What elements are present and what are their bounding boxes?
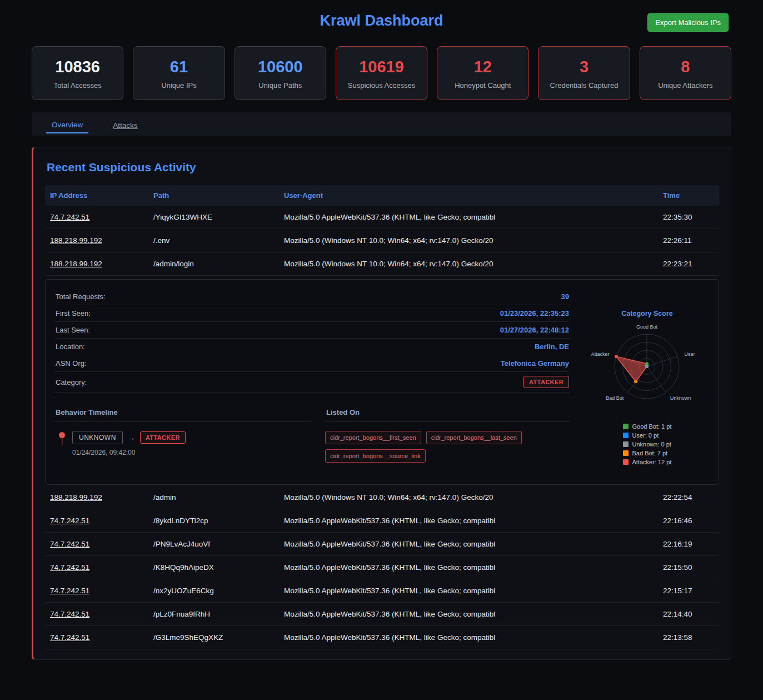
legend-label: Bad Bot: 7 pt	[632, 450, 668, 456]
user-agent-cell: Mozilla/5.0 (Windows NT 10.0; Win64; x64…	[279, 486, 658, 509]
table-row[interactable]: 188.218.99.192/adminMozilla/5.0 (Windows…	[45, 486, 719, 509]
path-cell: /pLz0Fnua9fRhH	[148, 603, 279, 625]
detail-left: Total Requests:39First Seen:01/23/2026, …	[54, 289, 570, 468]
category-label: Category:	[56, 378, 87, 386]
behavior-timeline-section: Behavior Timeline UNKNOWN → ATTACKER	[54, 408, 312, 463]
stat-value: 10600	[237, 58, 323, 76]
chart-title: Category Score	[585, 310, 710, 317]
table-row[interactable]: 74.7.242.51/G3Lme9ShEQgXKZMozilla/5.0 Ap…	[45, 626, 719, 649]
listed-on-badge[interactable]: cidr_report_bogons__last_seen	[426, 431, 522, 444]
detail-field: ASN Org:Telefonica Germany	[54, 355, 570, 372]
ip-link[interactable]: 74.7.242.51	[45, 206, 148, 229]
stat-value: 10836	[34, 58, 121, 76]
ip-detail-panel: Total Requests:39First Seen:01/23/2026, …	[45, 279, 719, 485]
stat-card: 8Unique Attackers	[640, 46, 731, 100]
legend-label: User: 0 pt	[632, 432, 659, 439]
col-ip-address: IP Address	[45, 185, 148, 206]
category-badge: ATTACKER	[523, 376, 569, 388]
category-score-chart: Category Score Good BotUserUnknownBad Bo…	[585, 289, 710, 468]
detail-field-value: 01/23/2026, 22:35:23	[500, 309, 569, 317]
table-row[interactable]: 74.7.242.51/nx2yUOZuE6CkgMozilla/5.0 App…	[45, 579, 719, 603]
timeline-transition: UNKNOWN → ATTACKER	[72, 431, 186, 444]
ip-link[interactable]: 74.7.242.51	[45, 603, 148, 625]
stat-label: Unique IPs	[136, 81, 222, 90]
table-header: IP Address Path User-Agent Time	[45, 185, 719, 206]
detail-field-value: 39	[561, 292, 569, 301]
table-rows-top: 74.7.242.51/YiqykGI13WHXEMozilla/5.0 App…	[45, 206, 719, 276]
detail-field-label: ASN Org:	[56, 359, 87, 368]
red-dot-icon	[59, 432, 65, 438]
legend-item: Good Bot: 1 pt	[623, 423, 672, 430]
stat-value: 10619	[338, 58, 425, 76]
stat-value: 12	[440, 58, 526, 76]
ip-link[interactable]: 74.7.242.51	[45, 579, 148, 602]
stat-label: Unique Attackers	[642, 81, 729, 90]
listed-on-section: Listed On cidr_report_bogons__first_seen…	[325, 408, 570, 463]
ip-link[interactable]: 74.7.242.51	[45, 533, 148, 555]
legend-swatch	[623, 424, 629, 429]
behavior-timeline-title: Behavior Timeline	[54, 408, 312, 422]
chart-legend: Good Bot: 1 ptUser: 0 ptUnknown: 0 ptBad…	[623, 421, 672, 468]
legend-item: Unknown: 0 pt	[623, 441, 672, 448]
table-row[interactable]: 74.7.242.51/K8HQq9hAipeDXMozilla/5.0 App…	[45, 556, 719, 579]
detail-field: Last Seen:01/27/2026, 22:48:12	[54, 322, 570, 339]
ip-link[interactable]: 188.218.99.192	[45, 229, 148, 252]
panel-title: Recent Suspicious Activity	[45, 161, 719, 174]
time-cell: 22:15:17	[658, 579, 719, 602]
table-row[interactable]: 74.7.242.51/8ykdLnDYTi2cpMozilla/5.0 App…	[45, 509, 719, 533]
table-row[interactable]: 74.7.242.51/YiqykGI13WHXEMozilla/5.0 App…	[45, 206, 719, 229]
detail-field-value: 01/27/2026, 22:48:12	[500, 326, 569, 334]
time-cell: 22:26:11	[658, 229, 719, 252]
table-row[interactable]: 188.218.99.192/.envMozilla/5.0 (Windows …	[45, 229, 719, 252]
col-user-agent: User-Agent	[279, 185, 658, 206]
col-path: Path	[148, 185, 279, 206]
header: Krawl Dashboard Export Malicious IPs	[0, 0, 763, 34]
tabs: OverviewAttacks	[32, 112, 731, 136]
legend-label: Good Bot: 1 pt	[632, 423, 672, 430]
from-category-badge: UNKNOWN	[72, 431, 123, 444]
user-agent-cell: Mozilla/5.0 AppleWebKit/537.36 (KHTML, l…	[279, 579, 658, 602]
stats-row: 10836Total Accesses61Unique IPs10600Uniq…	[32, 46, 731, 100]
detail-field: Total Requests:39	[54, 289, 570, 305]
suspicious-activity-panel: Recent Suspicious Activity IP Address Pa…	[32, 147, 731, 660]
stat-label: Total Accesses	[34, 81, 121, 90]
legend-swatch	[623, 459, 629, 465]
path-cell: /nx2yUOZuE6Ckg	[148, 579, 279, 602]
timeline-content: UNKNOWN → ATTACKER 01/24/2026, 09:42:00	[72, 431, 186, 456]
listed-on-badge[interactable]: cidr_report_bogons__source_link	[325, 449, 426, 463]
listed-on-badge[interactable]: cidr_report_bogons__first_seen	[325, 431, 421, 444]
path-cell: /8ykdLnDYTi2cp	[148, 509, 279, 532]
stat-label: Credentials Captured	[541, 81, 627, 90]
ip-link[interactable]: 188.218.99.192	[45, 252, 148, 275]
stat-card: 10836Total Accesses	[32, 46, 123, 100]
path-cell: /YiqykGI13WHXE	[148, 206, 279, 229]
timeline-marker-icon	[59, 431, 65, 456]
time-cell: 22:14:40	[658, 603, 719, 625]
detail-sections: Behavior Timeline UNKNOWN → ATTACKER	[54, 408, 570, 463]
page: Krawl Dashboard Export Malicious IPs 108…	[0, 0, 763, 700]
path-cell: /K8HQq9hAipeDX	[148, 556, 279, 579]
svg-text:User: User	[685, 351, 695, 357]
svg-text:Attacker: Attacker	[591, 351, 609, 357]
svg-text:Good Bot: Good Bot	[636, 324, 658, 330]
stat-card: 10619Suspicious Accesses	[336, 46, 427, 100]
detail-field: First Seen:01/23/2026, 22:35:23	[54, 305, 570, 322]
ip-link[interactable]: 74.7.242.51	[45, 509, 148, 532]
table-row[interactable]: 188.218.99.192/admin/loginMozilla/5.0 (W…	[45, 252, 719, 276]
table-row[interactable]: 74.7.242.51/PN9LvAcJ4uoVfMozilla/5.0 App…	[45, 533, 719, 556]
table-row[interactable]: 74.7.242.51/pLz0Fnua9fRhHMozilla/5.0 App…	[45, 603, 719, 626]
stat-value: 61	[136, 58, 222, 76]
ip-link[interactable]: 188.218.99.192	[45, 486, 148, 509]
legend-item: Bad Bot: 7 pt	[623, 450, 672, 456]
stat-value: 8	[642, 58, 729, 76]
ip-link[interactable]: 74.7.242.51	[45, 626, 148, 649]
legend-swatch	[623, 433, 629, 438]
stat-label: Honeypot Caught	[440, 81, 526, 90]
stat-card: 3Credentials Captured	[538, 46, 630, 100]
tab-attacks[interactable]: Attacks	[107, 115, 143, 133]
ip-link[interactable]: 74.7.242.51	[45, 556, 148, 579]
timeline-stem	[62, 438, 63, 445]
tab-overview[interactable]: Overview	[46, 115, 88, 133]
export-malicious-ips-button[interactable]: Export Malicious IPs	[647, 13, 729, 32]
legend-swatch	[623, 441, 629, 447]
